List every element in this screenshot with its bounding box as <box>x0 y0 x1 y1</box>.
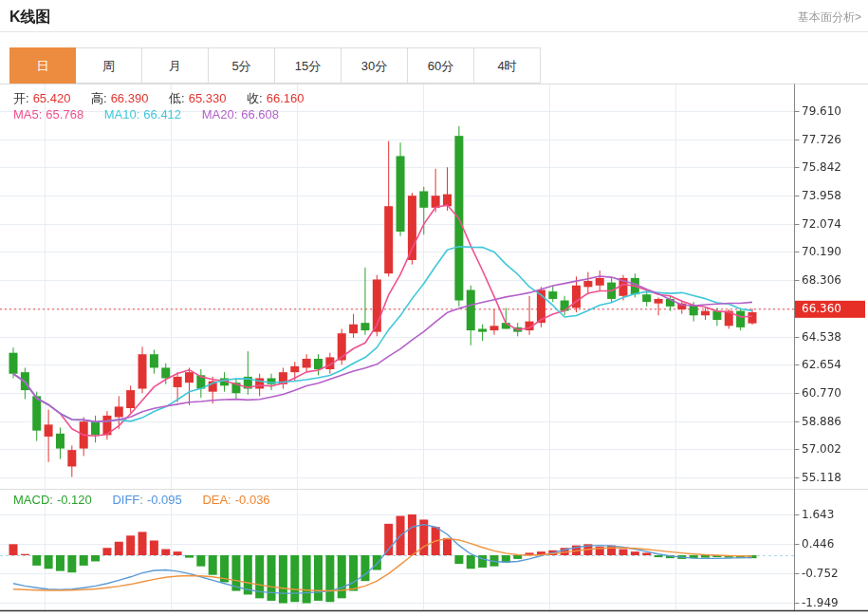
tab-5min[interactable]: 5分 <box>209 47 275 84</box>
tab-60min[interactable]: 60分 <box>408 47 474 84</box>
open-label: 开: <box>13 91 29 105</box>
diff-value: -0.095 <box>147 493 182 507</box>
kline-widget: K线图 基本面分析> 日 周 月 5分 15分 30分 60分 4时 开:65.… <box>0 0 868 616</box>
high-value: 66.390 <box>111 91 149 105</box>
tab-week[interactable]: 周 <box>76 47 142 84</box>
interval-tabs: 日 周 月 5分 15分 30分 60分 4时 <box>9 47 541 84</box>
tab-day[interactable]: 日 <box>9 47 76 84</box>
header-divider <box>0 31 868 32</box>
high-label: 高: <box>91 91 107 105</box>
ma5-label: MA5: <box>13 107 42 121</box>
close-value: 66.160 <box>267 91 305 105</box>
tab-15min[interactable]: 15分 <box>275 47 342 84</box>
macd-value: -0.120 <box>57 493 92 507</box>
dea-label: DEA: <box>202 493 231 507</box>
page-title: K线图 <box>9 8 51 28</box>
ma10-value: 66.412 <box>143 107 181 121</box>
ma10-label: MA10: <box>104 107 140 121</box>
ma20-value: 66.608 <box>241 107 279 121</box>
macd-info: MACD:-0.120 DIFF:-0.095 DEA:-0.036 <box>13 493 274 507</box>
ma5-value: 65.768 <box>46 107 83 121</box>
open-value: 65.420 <box>33 91 71 105</box>
tab-30min[interactable]: 30分 <box>342 47 408 84</box>
low-label: 低: <box>169 91 185 105</box>
ma20-label: MA20: <box>202 107 238 121</box>
close-label: 收: <box>247 91 263 105</box>
tab-4hour[interactable]: 4时 <box>474 47 541 84</box>
ma-info: MA5:65.768 MA10:66.412 MA20:66.608 <box>13 107 283 121</box>
ohlc-info: 开:65.420 高:66.390 低:65.330 收:66.160 <box>13 90 307 107</box>
macd-label: MACD: <box>13 493 53 507</box>
tab-month[interactable]: 月 <box>142 47 209 84</box>
dea-value: -0.036 <box>235 493 270 507</box>
low-value: 65.330 <box>189 91 227 105</box>
fundamental-analysis-link[interactable]: 基本面分析> <box>798 9 861 26</box>
diff-label: DIFF: <box>112 493 143 507</box>
